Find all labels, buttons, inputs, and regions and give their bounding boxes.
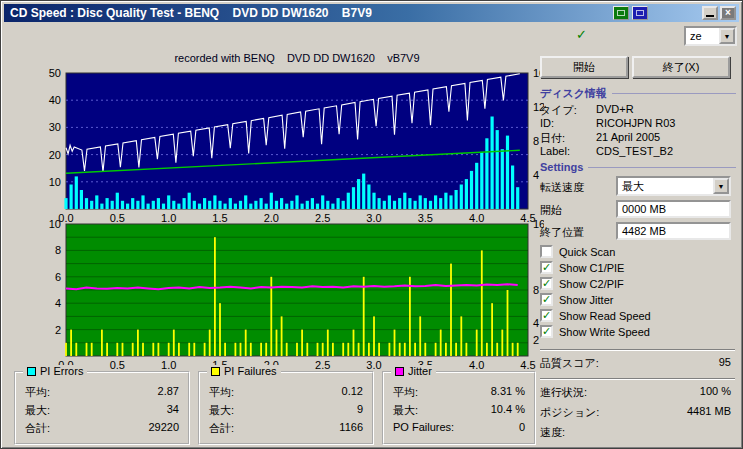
quality-score-row: 品質スコア: 95 <box>540 356 731 370</box>
checkbox-show-jitter[interactable]: ✓ Show Jitter <box>540 293 737 308</box>
checkbox-box[interactable]: ✓ <box>540 261 553 274</box>
chart-svg: 10203040504812160.00.51.01.52.02.53.03.5… <box>12 67 544 231</box>
svg-text:30: 30 <box>49 121 61 133</box>
window-title: CD Speed : Disc Quality Test - BENQ DVD … <box>4 6 372 20</box>
jitter-color-chip <box>395 367 404 376</box>
svg-text:8: 8 <box>55 244 61 256</box>
exit-button[interactable]: 終了(X) <box>632 56 730 78</box>
svg-text:50: 50 <box>49 67 61 79</box>
stat-label: 最大: <box>393 403 418 418</box>
disc-icon[interactable] <box>632 6 648 20</box>
partial-combobox-value: ze <box>686 30 719 42</box>
chart-header: recorded with BENQ DVD DD DW1620 vB7V9 <box>66 52 528 64</box>
stat-label: 最大: <box>25 403 50 418</box>
svg-text:1.0: 1.0 <box>161 359 176 371</box>
pi-errors-legend: PI Errors <box>40 365 83 377</box>
check-icon: ✓ <box>542 311 551 320</box>
stat-label: 合計: <box>25 421 50 436</box>
separator <box>540 378 735 380</box>
title-bar[interactable]: CD Speed : Disc Quality Test - BENQ DVD … <box>4 4 739 22</box>
pi-failures-color-chip <box>211 367 220 376</box>
stat-label: 最大: <box>209 403 234 418</box>
stat-label: 平均: <box>209 385 234 400</box>
control-panel: ✓ ze ▼ 開始 終了(X) ディスク情報 タイプ:DVD+R ID:RICO… <box>532 22 741 449</box>
stat-label: 平均: <box>25 385 50 400</box>
check-icon: ✓ <box>542 295 551 304</box>
svg-text:20: 20 <box>49 149 61 161</box>
check-icon: ✓ <box>576 27 587 42</box>
position-row: ポジション: 4481 MB <box>540 405 731 419</box>
svg-text:10: 10 <box>49 176 61 188</box>
svg-text:40: 40 <box>49 94 61 106</box>
pi-failures-legend: PI Failures <box>224 365 277 377</box>
client-area: recorded with BENQ DVD DD DW1620 vB7V9 1… <box>4 22 739 445</box>
pi-errors-panel: PI Errors 平均:2.87 最大:34 合計:29220 <box>14 371 190 445</box>
pi-errors-color-chip <box>27 367 36 376</box>
check-icon: ✓ <box>542 327 551 336</box>
stat-value: 9 <box>357 403 363 418</box>
stat-value: 34 <box>167 403 179 418</box>
checkbox-show-read-speed[interactable]: ✓ Show Read Speed <box>540 309 737 324</box>
chart-icon[interactable] <box>613 6 629 20</box>
checkbox-show-c1-pie[interactable]: ✓ Show C1/PIE <box>540 261 737 276</box>
checkbox-quick-scan[interactable]: ✓ Quick Scan <box>540 245 737 260</box>
chart-svg: 246810248160.00.51.01.52.02.53.03.54.04.… <box>12 217 544 373</box>
disc-info-header: ディスク情報 <box>540 86 736 101</box>
progress-row: 進行状況: 100 % <box>540 385 731 399</box>
stat-value: 10.4 % <box>491 403 525 418</box>
separator <box>540 349 735 351</box>
quality-chart-bottom: 246810248160.00.51.01.52.02.53.03.54.04.… <box>12 217 544 375</box>
stat-value: 0.12 <box>342 385 363 400</box>
check-icon: ✓ <box>542 263 551 272</box>
stat-value: 1166 <box>339 421 363 436</box>
stat-value: 29220 <box>148 421 179 436</box>
app-window: CD Speed : Disc Quality Test - BENQ DVD … <box>0 0 743 449</box>
disc-label-row: Label:CDS_TEST_B2 <box>540 145 731 159</box>
start-button[interactable]: 開始 <box>540 56 628 78</box>
progress-value: 100 % <box>700 385 731 397</box>
settings-header: Settings <box>540 161 736 173</box>
check-icon: ✓ <box>542 279 551 288</box>
stat-value: 0 <box>519 421 525 433</box>
end-position-field[interactable]: 4482 MB <box>616 222 731 240</box>
disc-date-row: 日付:21 April 2005 <box>540 131 731 145</box>
speed-row: 速度: <box>540 425 731 439</box>
stat-label: 合計: <box>209 421 234 436</box>
svg-text:0.5: 0.5 <box>110 359 125 371</box>
close-button[interactable]: × <box>720 6 736 20</box>
partial-combobox[interactable]: ze ▼ <box>684 26 737 46</box>
minimize-button[interactable] <box>702 6 718 20</box>
quality-score-value: 95 <box>719 356 731 368</box>
jitter-panel: Jitter 平均:8.31 % 最大:10.4 % PO Failures:0 <box>382 371 536 445</box>
svg-text:10: 10 <box>49 218 61 230</box>
chevron-down-icon[interactable]: ▼ <box>719 28 735 44</box>
stat-label: 平均: <box>393 385 418 400</box>
disc-type-row: タイプ:DVD+R <box>540 103 731 117</box>
svg-text:4.0: 4.0 <box>469 359 484 371</box>
stat-label: PO Failures: <box>393 421 454 433</box>
checkbox-box[interactable]: ✓ <box>540 325 553 338</box>
pi-failures-panel: PI Failures 平均:0.12 最大:9 合計:1166 <box>198 371 374 445</box>
svg-text:6: 6 <box>55 271 61 283</box>
checkbox-show-c2-pif[interactable]: ✓ Show C2/PIF <box>540 277 737 292</box>
start-position-field[interactable]: 0000 MB <box>616 200 731 218</box>
quality-chart-top: 10203040504812160.00.51.01.52.02.53.03.5… <box>12 67 544 233</box>
checkbox-box[interactable]: ✓ <box>540 245 553 258</box>
svg-text:2: 2 <box>55 324 61 336</box>
checkbox-box[interactable]: ✓ <box>540 309 553 322</box>
position-value: 4481 MB <box>687 405 731 417</box>
stat-value: 2.87 <box>158 385 179 400</box>
checkbox-box[interactable]: ✓ <box>540 277 553 290</box>
chevron-down-icon[interactable]: ▼ <box>713 178 729 194</box>
transfer-speed-combobox[interactable]: 最大 ▼ <box>616 176 731 196</box>
svg-text:3.0: 3.0 <box>366 359 381 371</box>
disc-id-row: ID:RICOHJPN R03 <box>540 117 731 131</box>
svg-text:2.5: 2.5 <box>315 359 330 371</box>
stat-value: 8.31 % <box>491 385 525 400</box>
checkbox-box[interactable]: ✓ <box>540 293 553 306</box>
svg-text:4: 4 <box>55 297 61 309</box>
checkbox-show-write-speed[interactable]: ✓ Show Write Speed <box>540 325 737 340</box>
jitter-legend: Jitter <box>408 365 432 377</box>
